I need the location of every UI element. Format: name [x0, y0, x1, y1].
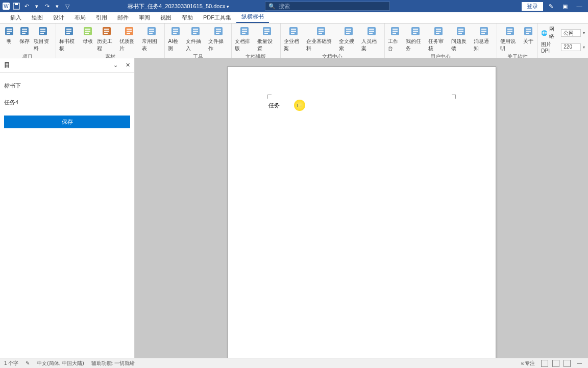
tab-references[interactable]: 引用 [91, 12, 112, 23]
dropdown-qat2[interactable]: ▾ [53, 2, 61, 10]
ribbon-btn-使用说明[interactable]: 使用说明 [499, 25, 521, 53]
save-icon[interactable] [12, 2, 20, 10]
tab-mailings[interactable]: 邮件 [112, 12, 134, 23]
ribbon-btn-文件操作[interactable]: 文件操作 [207, 25, 229, 53]
tab-draw[interactable]: 绘图 [27, 12, 48, 23]
svg-rect-26 [104, 31, 109, 32]
svg-rect-55 [264, 33, 268, 34]
spellcheck-icon[interactable]: ✎ [26, 360, 30, 366]
ribbon-btn-历史工程[interactable]: 历史工程 [96, 25, 117, 53]
ribbon-btn-母板[interactable]: 母板 [81, 25, 95, 53]
svg-rect-94 [507, 31, 512, 32]
document-canvas[interactable]: 任务 I = [135, 58, 588, 358]
ribbon-btn-任务审核[interactable]: 任务审核 [427, 25, 449, 53]
ribbon-btn-企业档案[interactable]: 企业档案 [283, 25, 305, 53]
side-panel: 目 ⌄ ✕ 标书下 任务4 保存 [0, 58, 135, 358]
ribbon-icon [124, 26, 135, 37]
tab-layout[interactable]: 布局 [69, 12, 91, 23]
tab-insert[interactable]: 插入 [5, 12, 27, 23]
field-bid-name[interactable]: 标书下 [4, 82, 130, 89]
tab-bid[interactable]: 纵横标书 [236, 11, 269, 23]
ribbon-group-material: 标书模板母板历史工程优质图片常用图表 素材 [56, 24, 165, 58]
panel-body: 标书下 任务4 保存 [0, 73, 134, 132]
titlebar-right: 登录 ✎ ▣ — [522, 1, 588, 11]
ribbon-btn-常用图表[interactable]: 常用图表 [141, 25, 162, 53]
zoom-out[interactable]: — [575, 360, 584, 366]
tab-help[interactable]: 帮助 [177, 12, 198, 23]
svg-rect-77 [413, 29, 418, 30]
ribbon-btn-人员档案[interactable]: 人员档案 [360, 25, 382, 53]
ribbon-icon [4, 26, 15, 37]
focus-mode[interactable]: ⊙专注 [519, 360, 537, 367]
ribbon-group-usercenter: 工作台我的任务任务审核问题反馈消息通知 用户中心 [385, 24, 497, 58]
ribbon-mode-icon[interactable]: ▣ [558, 1, 572, 11]
dpi-input[interactable]: 220 [561, 43, 581, 51]
ribbon-btn-文件插入[interactable]: 文件插入 [185, 25, 206, 53]
ribbon-btn-批量设置[interactable]: 批量设置 [256, 25, 278, 53]
ribbon-btn-消息通知[interactable]: 消息通知 [473, 25, 494, 53]
field-task-name[interactable]: 任务4 [4, 99, 130, 106]
qat-more[interactable]: ▽ [63, 2, 71, 10]
ribbon-icon [170, 26, 181, 37]
tab-view[interactable]: 视图 [155, 12, 177, 23]
svg-rect-14 [40, 31, 45, 32]
panel-close-icon[interactable]: ✕ [126, 62, 130, 68]
ribbon-icon [37, 26, 48, 37]
ribbon-btn-项目资料[interactable]: 项目资料 [33, 25, 54, 53]
svg-rect-70 [369, 31, 374, 32]
dropdown-qat1[interactable]: ▾ [33, 2, 41, 10]
undo-icon[interactable]: ↶ [22, 2, 31, 10]
svg-rect-78 [413, 31, 418, 32]
svg-rect-93 [507, 29, 512, 30]
ribbon-btn-保存[interactable]: 保存 [17, 25, 32, 53]
svg-rect-25 [104, 29, 109, 30]
login-button[interactable]: 登录 [522, 2, 543, 11]
ribbon-btn-明[interactable]: 明 [2, 25, 16, 53]
ribbon-btn-关于[interactable]: 关于 [521, 25, 535, 53]
network-select[interactable]: 公网 [561, 29, 581, 37]
chevron-down-icon[interactable]: ▾ [583, 31, 585, 35]
ribbon-btn-企业基础资料[interactable]: 企业基础资料 [305, 25, 337, 53]
tab-design[interactable]: 设计 [48, 12, 69, 23]
svg-rect-46 [216, 31, 221, 32]
view-read-icon[interactable] [552, 360, 559, 367]
tab-review[interactable]: 审阅 [134, 12, 155, 23]
ribbon-icon [213, 26, 224, 37]
chevron-down-icon[interactable]: ▾ [583, 45, 585, 50]
view-web-icon[interactable] [564, 360, 571, 367]
tab-pdf[interactable]: PDF工具集 [198, 12, 236, 23]
svg-rect-3 [15, 3, 18, 5]
document-text[interactable]: 任务 [268, 102, 280, 109]
main-area: 目 ⌄ ✕ 标书下 任务4 保存 任务 I = [0, 58, 588, 358]
pen-icon[interactable]: ✎ [544, 1, 557, 11]
ribbon-btn-标书模板[interactable]: 标书模板 [58, 25, 80, 53]
ribbon-icon [410, 26, 421, 37]
ribbon-icon [433, 26, 444, 37]
svg-rect-39 [173, 33, 177, 34]
ribbon-btn-全文搜索[interactable]: 全文搜索 [338, 25, 360, 53]
page[interactable]: 任务 I = [227, 66, 496, 358]
minimize-icon[interactable]: — [573, 1, 586, 11]
svg-rect-51 [242, 33, 246, 34]
ribbon-btn-AI检测[interactable]: AI检测 [167, 25, 183, 53]
redo-icon[interactable]: ↷ [43, 2, 51, 10]
svg-rect-59 [291, 33, 295, 34]
ribbon-btn-我的任务[interactable]: 我的任务 [405, 25, 426, 53]
ribbon-icon [19, 26, 30, 37]
view-print-icon[interactable] [541, 360, 548, 367]
status-chars[interactable]: 1 个字 [4, 360, 18, 367]
svg-rect-10 [22, 31, 27, 32]
app-icon[interactable]: W [2, 2, 10, 10]
ribbon-btn-问题反馈[interactable]: 问题反馈 [450, 25, 472, 53]
status-accessibility[interactable]: 辅助功能: 一切就绪 [91, 360, 135, 367]
search-box[interactable]: 🔍 搜索 [265, 2, 390, 11]
sidebar-save-button[interactable]: 保存 [4, 116, 130, 128]
status-lang[interactable]: 中文(简体, 中国大陆) [37, 360, 84, 367]
ribbon-btn-优质图片[interactable]: 优质图片 [118, 25, 140, 53]
ribbon-btn-文档排版[interactable]: 文档排版 [234, 25, 256, 53]
svg-rect-74 [393, 31, 398, 32]
ribbon-icon [261, 26, 273, 37]
svg-rect-89 [481, 29, 486, 30]
ribbon-btn-工作台[interactable]: 工作台 [387, 25, 404, 53]
panel-collapse-icon[interactable]: ⌄ [113, 62, 118, 68]
